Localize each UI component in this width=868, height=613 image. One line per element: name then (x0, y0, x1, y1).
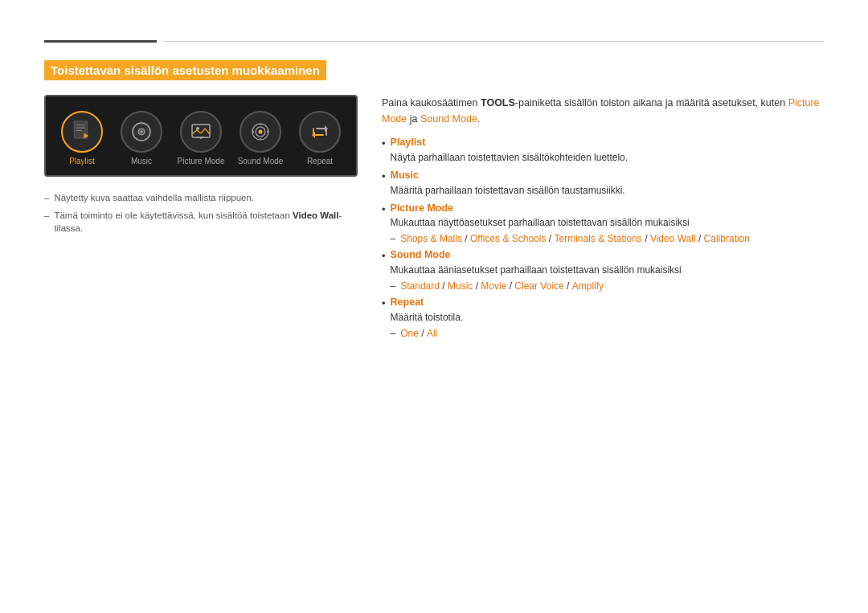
icon-item-repeat: Repeat (293, 111, 346, 166)
option-music: Music (448, 280, 473, 292)
sound-options: Standard / Music / Movie / Clear Voice /… (400, 279, 604, 293)
divider-right (163, 41, 824, 42)
repeat-icon-circle (299, 111, 341, 153)
repeat-icon (309, 121, 331, 143)
option-amplify: Amplify (572, 280, 604, 292)
intro-text-before: Paina kaukosäätimen (382, 97, 481, 108)
notes-section: – Näytetty kuva saattaa vaihdella mallis… (44, 191, 358, 235)
left-column: Playlist Music (44, 95, 358, 239)
picture-mode-icon (190, 121, 212, 143)
bullet-playlist-title: Playlist (391, 135, 824, 150)
divider-left (44, 40, 157, 43)
picture-label: Picture Mode (178, 157, 225, 166)
option-video-wall: Video Wall (650, 233, 696, 244)
intro-paragraph: Paina kaukosäätimen TOOLS-painiketta sis… (382, 95, 824, 127)
picture-sub-item: – Shops & Malls / Offices & Schools / Te… (391, 231, 824, 246)
bullet-picture-mode: • Picture Mode Mukauttaa näyttöasetukset… (382, 201, 824, 247)
icon-item-sound: Sound Mode (234, 111, 287, 166)
bullet-music: • Music Määritä parhaillaan toistettavan… (382, 168, 824, 199)
option-calibration: Calibration (704, 233, 750, 244)
note-text-2: Tämä toiminto ei ole käytettävissä, kun … (54, 209, 358, 235)
bullet-sound-mode: • Sound Mode Mukauttaa ääniasetukset par… (382, 247, 824, 293)
bullet-repeat-desc: Määritä toistotila. (391, 310, 824, 325)
svg-point-14 (259, 130, 263, 134)
sound-label: Sound Mode (238, 157, 284, 166)
bullet-repeat: • Repeat Määritä toistotila. – One / All (382, 295, 824, 341)
svg-point-8 (141, 122, 143, 125)
option-clear-voice: Clear Voice (514, 280, 563, 292)
top-dividers (44, 40, 824, 43)
playlist-icon (71, 121, 93, 143)
sound-mode-icon (249, 121, 272, 143)
playlist-icon-circle (61, 111, 103, 153)
bullet-picture-title: Picture Mode (391, 201, 824, 216)
intro-text-and: ja (407, 113, 420, 125)
note-2-before: Tämä toiminto ei ole käytettävissä, kun … (54, 210, 293, 220)
bullet-picture-desc: Mukauttaa näyttöasetukset parhaillaan to… (391, 215, 824, 230)
music-label: Music (131, 157, 152, 166)
sound-sub-item: – Standard / Music / Movie / Clear Voice… (391, 279, 824, 293)
bullet-sound-content: Sound Mode Mukauttaa ääniasetukset parha… (391, 247, 824, 293)
bullet-picture-content: Picture Mode Mukauttaa näyttöasetukset p… (391, 201, 824, 247)
option-offices-schools: Offices & Schools (470, 233, 547, 244)
repeat-label: Repeat (307, 157, 333, 166)
section-title: Toistettavan sisällön asetusten muokkaam… (44, 60, 326, 80)
intro-text-middle: -painiketta sisällön toiston aikana ja m… (515, 97, 788, 108)
bullet-music-content: Music Määritä parhaillaan toistettavan s… (391, 168, 824, 199)
note-item-1: – Näytetty kuva saattaa vaihdella mallis… (44, 191, 358, 204)
option-movie: Movie (481, 280, 506, 292)
repeat-sub-item: – One / All (391, 326, 824, 341)
sound-icon-circle (240, 111, 281, 153)
icon-item-picture: Picture Mode (174, 111, 227, 166)
page-container: Toistettavan sisällön asetusten muokkaam… (0, 0, 868, 374)
svg-point-7 (141, 131, 143, 133)
sound-sub-list: – Standard / Music / Movie / Clear Voice… (391, 279, 824, 293)
playlist-label: Playlist (69, 157, 95, 166)
icon-item-music: Music (115, 111, 168, 166)
picture-options: Shops & Malls / Offices & Schools / Term… (400, 231, 750, 246)
option-standard: Standard (400, 280, 440, 292)
bullet-playlist-desc: Näytä parhaillaan toistettavien sisältök… (391, 150, 824, 165)
device-icons-row: Playlist Music (55, 111, 346, 166)
music-icon (130, 121, 153, 143)
repeat-sub-list: – One / All (391, 326, 824, 341)
picture-icon-circle (180, 111, 222, 153)
bullet-list: • Playlist Näytä parhaillaan toistettavi… (382, 135, 824, 341)
bullet-playlist-content: Playlist Näytä parhaillaan toistettavien… (391, 135, 824, 166)
tools-keyword: TOOLS (481, 97, 515, 108)
option-all: All (427, 328, 437, 339)
bullet-sound-desc: Mukauttaa ääniasetukset parhaillaan tois… (391, 263, 824, 277)
content-columns: Playlist Music (44, 95, 824, 342)
sound-mode-link: Sound Mode (420, 113, 477, 125)
intro-text-end: . (477, 113, 480, 125)
option-shops-malls: Shops & Malls (400, 233, 462, 244)
option-one: One (400, 328, 419, 339)
bullet-sound-title: Sound Mode (391, 247, 824, 263)
bullet-repeat-title: Repeat (391, 295, 824, 310)
device-ui-mockup: Playlist Music (44, 95, 358, 177)
note-item-2: – Tämä toiminto ei ole käytettävissä, ku… (44, 209, 358, 235)
bullet-music-title: Music (391, 168, 824, 183)
right-column: Paina kaukosäätimen TOOLS-painiketta sis… (382, 95, 824, 342)
note-2-bold: Video Wall (293, 210, 339, 220)
icon-item-playlist: Playlist (55, 111, 108, 166)
bullet-music-desc: Määritä parhaillaan toistettavan sisällö… (391, 183, 824, 198)
note-text-1: Näytetty kuva saattaa vaihdella mallista… (54, 191, 254, 204)
music-icon-circle (121, 111, 162, 153)
bullet-repeat-content: Repeat Määritä toistotila. – One / All (391, 295, 824, 341)
bullet-playlist: • Playlist Näytä parhaillaan toistettavi… (382, 135, 824, 166)
picture-sub-list: – Shops & Malls / Offices & Schools / Te… (391, 231, 824, 246)
repeat-options: One / All (400, 326, 437, 341)
option-terminals-stations: Terminals & Stations (554, 233, 641, 244)
